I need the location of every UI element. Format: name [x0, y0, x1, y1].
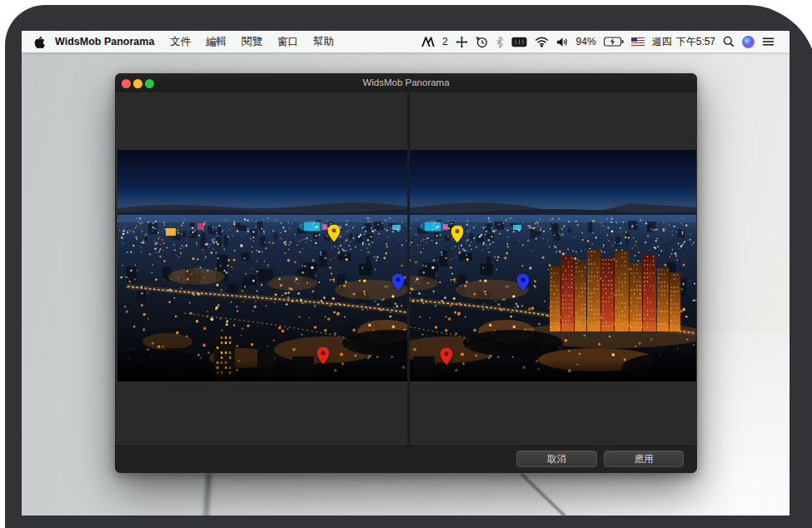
- battery-percent: 94%: [576, 36, 596, 47]
- monitor-bezel: WidsMob Panorama 文件 編輯 閱覽 窗口 幫助 2: [5, 5, 812, 528]
- yellow-pin[interactable]: [451, 225, 464, 242]
- menubar-weekday[interactable]: 週四: [652, 35, 672, 49]
- app-window: WidsMob Panorama 取消 應用: [115, 73, 697, 473]
- creative-cloud-badge: 2: [442, 36, 448, 47]
- yellow-pin[interactable]: [327, 224, 340, 242]
- menu-file[interactable]: 文件: [162, 35, 198, 49]
- photo-left[interactable]: [117, 150, 407, 381]
- spotlight-search-icon[interactable]: [723, 36, 735, 47]
- blue-pin[interactable]: [516, 273, 529, 291]
- cancel-button[interactable]: 取消: [516, 451, 597, 467]
- volume-icon[interactable]: [556, 37, 569, 47]
- red-pin[interactable]: [317, 347, 330, 365]
- blue-pin[interactable]: [391, 273, 404, 291]
- move-icon[interactable]: [456, 36, 468, 48]
- menubar-time[interactable]: 下午5:57: [676, 35, 715, 49]
- window-title: WidsMob Panorama: [115, 73, 697, 92]
- menu-window[interactable]: 窗口: [270, 35, 306, 49]
- window-titlebar[interactable]: WidsMob Panorama: [115, 73, 697, 93]
- bluetooth-icon[interactable]: [496, 36, 504, 48]
- menu-help[interactable]: 幫助: [306, 35, 341, 49]
- notification-center-icon[interactable]: [762, 37, 775, 47]
- keyboard-icon[interactable]: [511, 37, 527, 47]
- pins-layer-right: [410, 150, 696, 381]
- menu-bar: WidsMob Panorama 文件 編輯 閱覽 窗口 幫助 2: [22, 31, 790, 52]
- battery-charging-icon[interactable]: [604, 37, 624, 47]
- time-machine-icon[interactable]: [476, 36, 488, 48]
- apply-button[interactable]: 應用: [604, 451, 684, 467]
- siri-icon[interactable]: [742, 36, 755, 48]
- window-footer: 取消 應用: [115, 446, 697, 473]
- panel-divider: [407, 92, 410, 446]
- photo-right[interactable]: [410, 150, 696, 381]
- menu-view[interactable]: 閱覽: [234, 35, 270, 49]
- screen: WidsMob Panorama 文件 編輯 閱覽 窗口 幫助 2: [22, 31, 790, 516]
- us-flag-icon[interactable]: [631, 37, 645, 46]
- creative-cloud-icon[interactable]: [421, 37, 435, 47]
- pins-layer-left: [117, 150, 407, 381]
- menu-edit[interactable]: 編輯: [198, 35, 234, 49]
- apple-icon[interactable]: [34, 36, 45, 48]
- menubar-app-name[interactable]: WidsMob Panorama: [45, 36, 162, 47]
- red-pin[interactable]: [441, 347, 453, 365]
- wifi-icon[interactable]: [535, 37, 549, 47]
